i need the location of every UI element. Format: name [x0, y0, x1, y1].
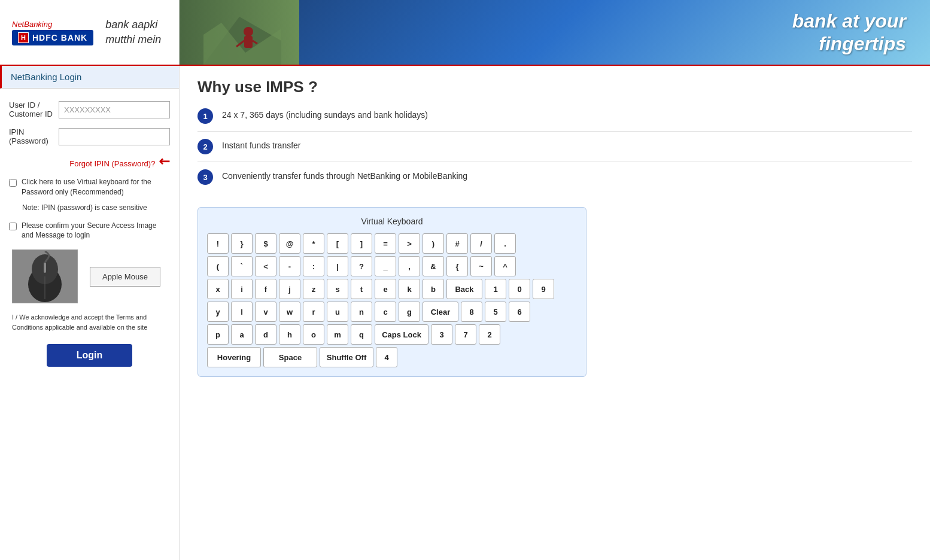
vk-key-8[interactable]: 8 — [461, 302, 482, 322]
vk-key-dot[interactable]: . — [494, 233, 516, 254]
vk-key-1[interactable]: 1 — [485, 279, 506, 299]
forgot-ipin-link[interactable]: Forgot IPIN (Password)? ↗ — [9, 154, 170, 170]
ipin-input[interactable] — [59, 128, 170, 145]
vk-title: Virtual Keyboard — [207, 217, 577, 226]
vk-key-z[interactable]: z — [303, 279, 324, 299]
imps-point-1: 1 24 x 7, 365 days (including sundays an… — [197, 108, 912, 132]
vk-key-h[interactable]: h — [279, 324, 300, 345]
vk-key-clear[interactable]: Clear — [423, 302, 458, 322]
vk-key-underscore[interactable]: _ — [375, 256, 396, 276]
vk-key-w[interactable]: w — [279, 302, 300, 322]
vk-key-q[interactable]: q — [351, 324, 372, 345]
vk-key-hovering[interactable]: Hovering — [207, 347, 261, 367]
vk-key-slash[interactable]: / — [470, 233, 492, 254]
vk-key-5[interactable]: 5 — [485, 302, 506, 322]
virtual-keyboard-checkbox[interactable] — [9, 179, 17, 187]
vk-key-3[interactable]: 3 — [431, 324, 452, 345]
vk-key-2[interactable]: 2 — [479, 324, 500, 345]
vk-key-0[interactable]: 0 — [509, 279, 530, 299]
vk-key-lbracket[interactable]: [ — [327, 233, 348, 254]
vk-key-d[interactable]: d — [255, 324, 276, 345]
vk-key-j[interactable]: j — [279, 279, 300, 299]
ipin-row: IPIN (Password) — [9, 127, 170, 145]
svg-rect-8 — [44, 262, 46, 273]
page-header: NetBanking H HDFC BANK bank aapki mutthi… — [0, 0, 930, 66]
vk-key-c[interactable]: c — [375, 302, 396, 322]
vk-key-x[interactable]: x — [207, 279, 229, 299]
vk-key-eq[interactable]: = — [375, 233, 396, 254]
vk-key-question[interactable]: ? — [351, 256, 372, 276]
vk-row-4: y l v w r u n c g Clear 8 5 6 — [207, 302, 577, 322]
userid-input[interactable] — [59, 101, 170, 118]
vk-key-space[interactable]: Space — [263, 347, 317, 367]
vk-key-v[interactable]: v — [255, 302, 276, 322]
virtual-keyboard: Virtual Keyboard ! } $ @ * [ ] = > ) # /… — [197, 207, 586, 377]
vk-key-colon[interactable]: : — [303, 256, 324, 276]
vk-key-lbrace[interactable]: { — [446, 256, 468, 276]
vk-key-minus[interactable]: - — [279, 256, 300, 276]
ipin-label: IPIN (Password) — [9, 127, 59, 145]
vk-key-4[interactable]: 4 — [376, 347, 397, 367]
access-image — [12, 249, 78, 303]
vk-key-capslock[interactable]: Caps Lock — [375, 324, 428, 345]
vk-key-a[interactable]: a — [231, 324, 253, 345]
vk-key-e[interactable]: e — [375, 279, 396, 299]
imps-list: 1 24 x 7, 365 days (including sundays an… — [197, 108, 912, 192]
vk-key-y[interactable]: y — [207, 302, 229, 322]
vk-key-at[interactable]: @ — [279, 233, 300, 254]
vk-key-m[interactable]: m — [327, 324, 348, 345]
vk-key-backtick[interactable]: ` — [231, 256, 253, 276]
banner-text: bank at your fingertips — [792, 10, 906, 56]
banner-person-icon — [203, 5, 281, 65]
imps-title: Why use IMPS ? — [197, 78, 912, 96]
vk-key-pipe[interactable]: | — [327, 256, 348, 276]
vk-key-f[interactable]: f — [255, 279, 276, 299]
vk-key-excl[interactable]: ! — [207, 233, 229, 254]
vk-key-lparen[interactable]: ( — [207, 256, 229, 276]
vk-key-b[interactable]: b — [423, 279, 444, 299]
vk-key-dollar[interactable]: $ — [255, 233, 276, 254]
vk-key-rbrace[interactable]: } — [231, 233, 253, 254]
vk-key-s[interactable]: s — [327, 279, 348, 299]
userid-label: User ID / Customer ID — [9, 101, 59, 118]
vk-key-g[interactable]: g — [399, 302, 420, 322]
vk-row-3: x i f j z s t e k b Back 1 0 9 — [207, 279, 577, 299]
vk-key-hash[interactable]: # — [446, 233, 468, 254]
vk-key-gt[interactable]: > — [399, 233, 420, 254]
vk-key-o[interactable]: o — [303, 324, 324, 345]
access-image-label-button[interactable]: Apple Mouse — [90, 267, 160, 287]
vk-key-amp[interactable]: & — [423, 256, 444, 276]
vk-key-6[interactable]: 6 — [509, 302, 530, 322]
vk-key-9[interactable]: 9 — [533, 279, 554, 299]
vk-key-caret[interactable]: ^ — [494, 256, 516, 276]
vk-key-rparen[interactable]: ) — [423, 233, 444, 254]
tagline: bank aapki mutthi mein — [105, 17, 161, 47]
imps-point-3: 3 Conveniently transfer funds through Ne… — [197, 169, 912, 192]
vk-key-lt[interactable]: < — [255, 256, 276, 276]
vk-key-tilde[interactable]: ~ — [470, 256, 492, 276]
bank-name: HDFC BANK — [32, 33, 87, 42]
vk-key-i[interactable]: i — [231, 279, 253, 299]
main-layout: NetBanking Login User ID / Customer ID I… — [0, 66, 930, 560]
secure-access-checkbox[interactable] — [9, 223, 17, 230]
vk-key-comma[interactable]: , — [399, 256, 420, 276]
vk-key-l[interactable]: l — [231, 302, 253, 322]
login-button[interactable]: Login — [47, 344, 133, 367]
vk-key-7[interactable]: 7 — [455, 324, 476, 345]
vk-key-p[interactable]: p — [207, 324, 229, 345]
vk-key-back[interactable]: Back — [446, 279, 482, 299]
vk-key-n[interactable]: n — [351, 302, 372, 322]
hdfc-icon: H — [18, 32, 29, 43]
vk-key-rbracket[interactable]: ] — [351, 233, 372, 254]
vk-key-t[interactable]: t — [351, 279, 372, 299]
vk-key-r[interactable]: r — [303, 302, 324, 322]
mouse-image-icon — [24, 251, 66, 302]
terms-text: I / We acknowledge and accept the Terms … — [9, 312, 170, 332]
right-panel: Why use IMPS ? 1 24 x 7, 365 days (inclu… — [180, 66, 930, 560]
header-banner: bank at your fingertips — [180, 0, 930, 65]
vk-key-u[interactable]: u — [327, 302, 348, 322]
vk-key-shuffle-off[interactable]: Shuffle Off — [320, 347, 373, 367]
vk-key-star[interactable]: * — [303, 233, 324, 254]
vk-row-5: p a d h o m q Caps Lock 3 7 2 — [207, 324, 577, 345]
vk-key-k[interactable]: k — [399, 279, 420, 299]
